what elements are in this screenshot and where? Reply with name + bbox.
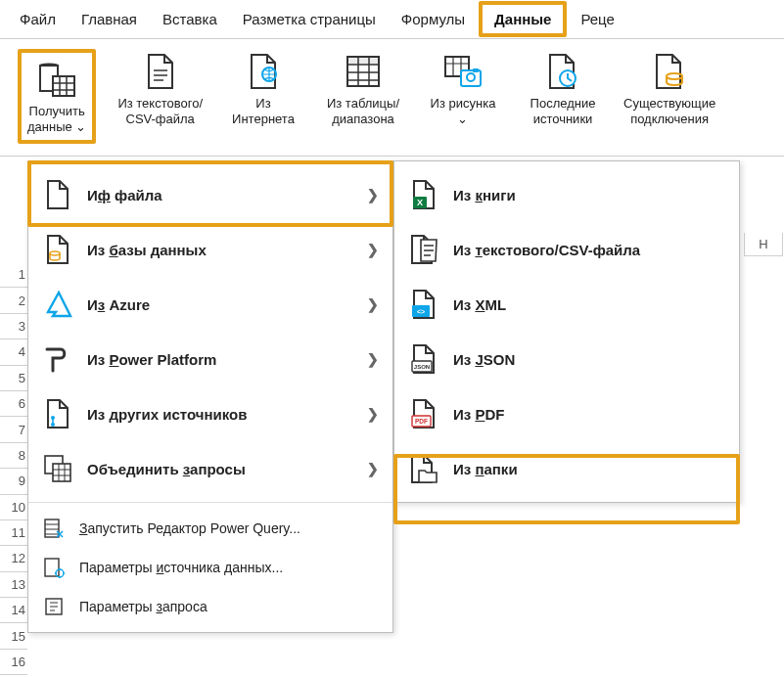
row-header[interactable]: 10 <box>0 495 27 520</box>
tab-insert[interactable]: Вставка <box>151 3 229 35</box>
azure-icon <box>42 289 73 320</box>
menu-from-other-sources[interactable]: Из других источников ❯ <box>28 386 392 441</box>
database-file-icon <box>42 234 73 265</box>
svg-text:<>: <> <box>417 308 425 315</box>
query-options-icon <box>42 595 66 618</box>
from-web-button[interactable]: ИзИнтернета <box>224 49 302 128</box>
tab-formulas[interactable]: Формулы <box>390 3 477 35</box>
menu-launch-power-query[interactable]: Запустить Редактор Power Query... <box>28 509 392 548</box>
menu-from-azure[interactable]: Из Azure ❯ <box>28 277 392 332</box>
menu-query-options[interactable]: Параметры запроса <box>28 587 392 626</box>
from-file-submenu: X Из книги Из текстового/CSV-файла <> Из… <box>393 160 740 503</box>
svg-rect-7 <box>473 68 479 72</box>
from-text-csv-button[interactable]: Из текстового/CSV-файла <box>117 49 203 128</box>
menu-label: Из PDF <box>453 406 504 423</box>
tab-home[interactable]: Главная <box>69 3 149 35</box>
row-header[interactable]: 2 <box>0 288 27 313</box>
svg-rect-3 <box>347 57 379 65</box>
menu-combine-queries[interactable]: Объединить запросы ❯ <box>28 441 392 496</box>
from-web-label: ИзИнтернета <box>232 96 295 128</box>
recent-sources-label: Последниеисточники <box>530 96 596 128</box>
chevron-down-icon: ⌄ <box>75 119 86 134</box>
from-text-csv-label: Из текстового/CSV-файла <box>117 96 203 128</box>
file-icon <box>42 179 73 210</box>
chevron-right-icon: ❯ <box>367 406 379 422</box>
svg-text:X: X <box>417 198 423 207</box>
menu-from-text-csv[interactable]: Из текстового/CSV-файла <box>394 222 739 277</box>
chevron-right-icon: ❯ <box>367 351 379 367</box>
get-data-button[interactable]: Получитьданные ⌄ <box>18 49 96 144</box>
row-headers: 1 2 3 4 5 6 7 8 9 10 11 12 13 14 15 16 1… <box>0 262 27 677</box>
get-data-label: Получитьданные ⌄ <box>27 104 86 136</box>
text-csv-file-icon <box>408 234 439 265</box>
from-table-range-button[interactable]: Из таблицы/диапазона <box>324 49 402 128</box>
menu-label: Из Power Platform <box>87 351 216 368</box>
menu-from-pdf[interactable]: PDF Из PDF <box>394 386 739 441</box>
recent-file-icon <box>546 51 579 92</box>
pdf-file-icon: PDF <box>408 398 439 429</box>
menu-from-database[interactable]: Из базы данных ❯ <box>28 222 392 277</box>
menu-separator <box>28 502 392 503</box>
menu-label: Из папки <box>453 461 518 477</box>
ribbon-tabs: Файл Главная Вставка Разметка страницы Ф… <box>0 0 784 39</box>
row-header[interactable]: 3 <box>0 314 27 339</box>
row-header[interactable]: 15 <box>0 623 27 649</box>
menu-from-file[interactable]: Иф файла ❯ <box>28 167 392 222</box>
existing-connections-button[interactable]: Существующиеподключения <box>623 49 715 128</box>
svg-point-17 <box>56 569 64 577</box>
menu-from-power-platform[interactable]: Из Power Platform ❯ <box>28 332 392 386</box>
row-header[interactable]: 7 <box>0 417 27 442</box>
menu-from-workbook[interactable]: X Из книги <box>394 167 739 222</box>
row-header[interactable]: 6 <box>0 391 27 417</box>
tab-file[interactable]: Файл <box>8 3 68 35</box>
tab-review[interactable]: Реце <box>569 3 625 35</box>
menu-label: Иф файла <box>87 187 162 203</box>
svg-rect-14 <box>53 464 70 481</box>
chevron-right-icon: ❯ <box>367 242 379 257</box>
row-header[interactable]: 4 <box>0 339 27 365</box>
power-platform-icon <box>42 343 73 375</box>
picture-table-icon <box>443 51 483 92</box>
menu-label: Из XML <box>453 296 506 313</box>
combine-queries-icon <box>42 453 73 484</box>
existing-connections-label: Существующиеподключения <box>623 96 715 128</box>
row-header[interactable]: 14 <box>0 598 27 623</box>
menu-label: Из текстового/CSV-файла <box>453 242 640 258</box>
svg-text:PDF: PDF <box>415 418 428 425</box>
row-header[interactable]: 16 <box>0 650 27 675</box>
row-header[interactable]: 5 <box>0 366 27 391</box>
row-header[interactable]: 8 <box>0 443 27 469</box>
row-header[interactable]: 11 <box>0 520 27 546</box>
get-data-menu: Иф файла ❯ Из базы данных ❯ Из Azure ❯ И… <box>27 160 393 633</box>
column-header-h[interactable]: H <box>744 233 783 256</box>
from-picture-label: Из рисунка⌄ <box>431 96 496 128</box>
table-range-icon <box>346 51 381 92</box>
menu-label: Параметры источника данных... <box>79 560 283 575</box>
text-file-icon <box>145 51 176 92</box>
tab-data[interactable]: Данные <box>479 1 567 37</box>
data-source-settings-icon <box>42 556 66 579</box>
row-header[interactable]: 12 <box>0 546 27 571</box>
row-header[interactable]: 9 <box>0 469 27 494</box>
chevron-down-icon: ⌄ <box>457 112 468 126</box>
svg-text:JSON: JSON <box>414 364 430 370</box>
menu-label: Из других источников <box>87 406 247 423</box>
from-picture-button[interactable]: Из рисунка⌄ <box>424 49 502 128</box>
svg-point-10 <box>50 251 60 255</box>
menu-from-json[interactable]: JSON Из JSON <box>394 332 739 386</box>
menu-label: Объединить запросы <box>87 461 246 477</box>
folder-file-icon <box>408 453 439 484</box>
tab-page-layout[interactable]: Разметка страницы <box>231 3 388 35</box>
database-grid-icon <box>37 59 76 100</box>
menu-label: Из книги <box>453 187 516 203</box>
menu-label: Запустить Редактор Power Query... <box>79 520 300 536</box>
menu-data-source-settings[interactable]: Параметры источника данных... <box>28 548 392 587</box>
power-query-editor-icon <box>42 517 66 540</box>
svg-rect-0 <box>53 76 74 96</box>
row-header[interactable]: 1 <box>0 262 27 288</box>
recent-sources-button[interactable]: Последниеисточники <box>524 49 602 128</box>
menu-from-xml[interactable]: <> Из XML <box>394 277 739 332</box>
menu-from-folder[interactable]: Из папки <box>394 441 739 496</box>
row-header[interactable]: 13 <box>0 572 27 598</box>
other-sources-icon <box>42 398 73 429</box>
